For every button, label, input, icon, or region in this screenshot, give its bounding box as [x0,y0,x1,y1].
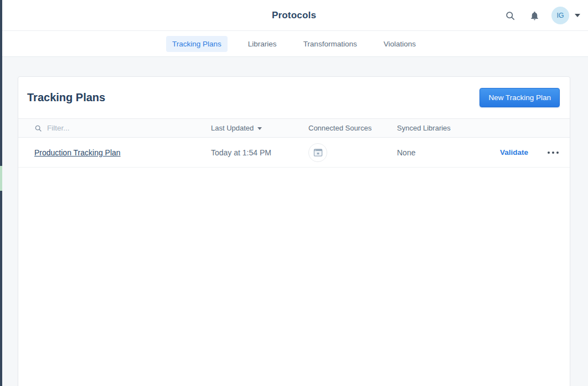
connected-sources-cell [308,143,397,162]
chevron-down-icon [575,14,580,17]
validate-button[interactable]: Validate [500,148,528,157]
search-icon[interactable] [503,8,517,23]
bell-icon[interactable] [527,8,541,23]
row-actions: Validate [500,148,570,157]
avatar[interactable]: IG [551,7,569,24]
table-row: Production Tracking Plan Today at 1:54 P… [18,138,570,168]
column-connected-sources: Connected Sources [308,124,397,132]
caret-down-icon [257,127,262,130]
column-synced-libraries: Synced Libraries [397,124,500,132]
last-updated-cell: Today at 1:54 PM [211,148,308,157]
plan-name-link[interactable]: Production Tracking Plan [34,148,121,157]
card-title: Tracking Plans [27,91,105,104]
filter-input[interactable] [47,124,169,132]
user-menu[interactable]: IG [551,7,580,24]
tab-transformations[interactable]: Transformations [297,36,363,52]
browser-window-icon[interactable] [308,143,327,162]
main-content: Tracking Plans New Tracking Plan Last Up… [0,57,588,386]
plan-name-cell: Production Tracking Plan [18,148,211,157]
tab-libraries[interactable]: Libraries [242,36,283,52]
app-header: Protocols IG [0,0,588,31]
column-last-updated[interactable]: Last Updated [211,124,308,132]
screen: Protocols IG Tracking Plans Libraries Tr… [0,0,588,386]
filter-cell [18,124,211,132]
header-actions: IG [503,0,580,31]
background-window-green-segment [0,166,2,191]
new-tracking-plan-button[interactable]: New Tracking Plan [479,88,560,107]
table-header-row: Last Updated Connected Sources Synced Li… [18,118,570,138]
search-icon [34,124,42,132]
tab-bar: Tracking Plans Libraries Transformations… [0,31,588,57]
card-header: Tracking Plans New Tracking Plan [18,77,570,118]
tracking-plans-card: Tracking Plans New Tracking Plan Last Up… [18,76,570,386]
tab-tracking-plans[interactable]: Tracking Plans [166,36,228,52]
synced-libraries-cell: None [397,148,500,157]
ellipsis-icon[interactable] [546,149,560,156]
background-window-edge [0,0,2,386]
page-title: Protocols [272,10,316,21]
tab-violations[interactable]: Violations [378,36,422,52]
